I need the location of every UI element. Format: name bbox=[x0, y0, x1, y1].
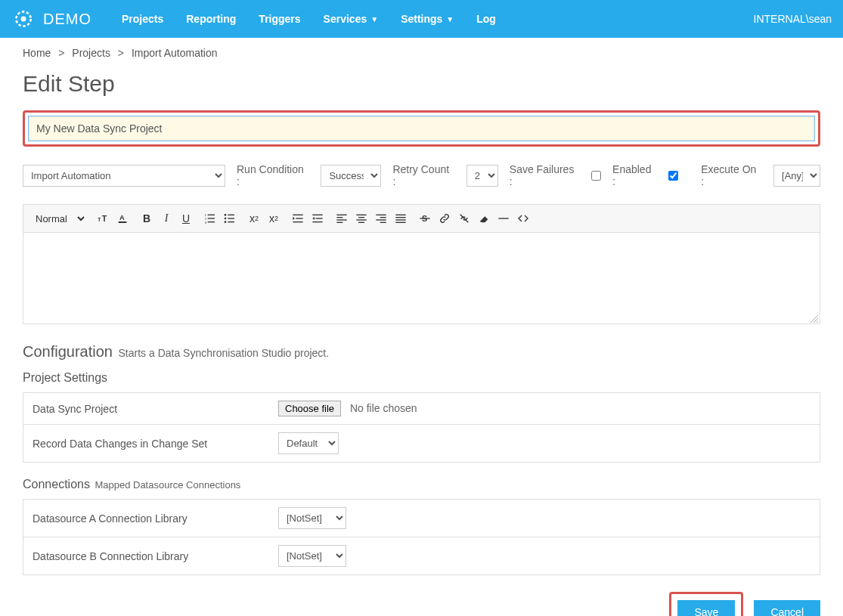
svg-point-1 bbox=[21, 17, 26, 22]
svg-rect-7 bbox=[208, 215, 215, 215]
svg-rect-33 bbox=[358, 222, 364, 223]
unlink-icon[interactable] bbox=[456, 209, 473, 228]
align-center-icon[interactable] bbox=[353, 209, 370, 228]
save-button[interactable]: Save bbox=[677, 600, 735, 616]
breadcrumb-current[interactable]: Import Automation bbox=[132, 47, 218, 59]
rte-style-select[interactable]: Normal bbox=[29, 209, 87, 228]
svg-rect-39 bbox=[395, 217, 405, 218]
nav-settings[interactable]: Settings▼ bbox=[389, 0, 465, 38]
svg-rect-28 bbox=[336, 219, 346, 220]
breadcrumb-projects[interactable]: Projects bbox=[72, 47, 110, 59]
svg-point-16 bbox=[225, 221, 227, 223]
outdent-icon[interactable] bbox=[290, 209, 306, 228]
step-name-highlight bbox=[23, 110, 820, 147]
italic-icon[interactable]: I bbox=[158, 209, 175, 228]
nav-reporting[interactable]: Reporting bbox=[175, 0, 247, 38]
ordered-list-icon[interactable]: 123 bbox=[202, 209, 218, 228]
svg-text:T: T bbox=[102, 214, 107, 223]
project-settings-heading: Project Settings bbox=[23, 371, 820, 385]
choose-file-button[interactable]: Choose file bbox=[278, 401, 341, 416]
datasource-a-select[interactable]: [NotSet] bbox=[278, 507, 346, 529]
navbar-menu: Projects Reporting Triggers Services▼ Se… bbox=[110, 0, 754, 38]
run-condition-label: Run Condition : bbox=[237, 163, 309, 187]
svg-point-14 bbox=[225, 218, 227, 220]
svg-rect-22 bbox=[312, 215, 322, 215]
svg-marker-19 bbox=[293, 217, 295, 220]
svg-rect-17 bbox=[228, 221, 234, 222]
connections-heading: Connections Mapped Datasource Connection… bbox=[23, 478, 820, 491]
svg-rect-43 bbox=[420, 218, 429, 218]
svg-rect-37 bbox=[380, 222, 386, 223]
change-set-select[interactable]: Default bbox=[278, 432, 339, 454]
underline-icon[interactable]: U bbox=[178, 209, 194, 228]
align-left-icon[interactable] bbox=[333, 209, 350, 228]
svg-rect-18 bbox=[293, 215, 302, 215]
options-row: Import Automation Run Condition : Succes… bbox=[23, 163, 820, 187]
strikethrough-icon[interactable]: S bbox=[417, 209, 433, 228]
execute-on-select[interactable]: [Any] bbox=[773, 165, 820, 187]
svg-rect-9 bbox=[208, 218, 215, 218]
font-size-icon[interactable]: TT bbox=[95, 209, 111, 228]
run-condition-select[interactable]: Success bbox=[321, 165, 381, 187]
svg-rect-32 bbox=[356, 219, 366, 220]
save-failures-checkbox[interactable] bbox=[591, 171, 601, 181]
svg-rect-11 bbox=[208, 221, 215, 222]
code-view-icon[interactable] bbox=[515, 209, 532, 228]
svg-rect-26 bbox=[336, 215, 346, 215]
bold-icon[interactable]: B bbox=[138, 209, 155, 228]
actions-row: Save Cancel bbox=[23, 592, 820, 616]
svg-marker-23 bbox=[312, 217, 315, 220]
nav-log[interactable]: Log bbox=[465, 0, 507, 38]
font-color-icon[interactable]: A bbox=[114, 209, 131, 228]
svg-rect-38 bbox=[395, 215, 405, 215]
svg-rect-25 bbox=[312, 221, 322, 222]
resize-handle-icon[interactable] bbox=[809, 313, 818, 322]
indent-icon[interactable] bbox=[309, 209, 326, 228]
eraser-icon[interactable] bbox=[476, 209, 492, 228]
svg-text:A: A bbox=[119, 214, 125, 221]
subscript-icon[interactable]: x2 bbox=[246, 209, 262, 228]
user-label[interactable]: INTERNAL\sean bbox=[754, 13, 832, 25]
align-justify-icon[interactable] bbox=[392, 209, 409, 228]
superscript-icon[interactable]: x2 bbox=[265, 209, 282, 228]
save-failures-label: Save Failures : bbox=[510, 163, 580, 187]
cancel-button[interactable]: Cancel bbox=[754, 600, 820, 616]
svg-rect-20 bbox=[296, 218, 302, 218]
svg-rect-30 bbox=[356, 215, 366, 215]
breadcrumb-home[interactable]: Home bbox=[23, 47, 51, 59]
retry-count-label: Retry Count : bbox=[392, 163, 454, 187]
svg-rect-41 bbox=[395, 222, 405, 223]
project-settings-table: Data Sync Project Choose file No file ch… bbox=[23, 392, 820, 463]
svg-point-12 bbox=[225, 214, 227, 216]
breadcrumb: Home > Projects > Import Automation bbox=[0, 38, 843, 65]
horizontal-rule-icon[interactable] bbox=[495, 209, 512, 228]
brand-label[interactable]: DEMO bbox=[43, 11, 91, 28]
step-type-select[interactable]: Import Automation bbox=[23, 165, 225, 187]
setting-label: Data Sync Project bbox=[23, 393, 269, 424]
file-status-label: No file chosen bbox=[350, 402, 417, 414]
step-name-input[interactable] bbox=[28, 116, 815, 141]
svg-rect-27 bbox=[336, 217, 342, 218]
align-right-icon[interactable] bbox=[373, 209, 389, 228]
svg-rect-15 bbox=[228, 218, 234, 218]
rte-textarea[interactable] bbox=[23, 233, 820, 323]
svg-text:3: 3 bbox=[205, 221, 207, 224]
svg-rect-34 bbox=[376, 215, 386, 215]
retry-count-select[interactable]: 2 bbox=[466, 165, 498, 187]
datasource-b-select[interactable]: [NotSet] bbox=[278, 545, 346, 567]
execute-on-label: Execute On : bbox=[701, 163, 762, 187]
table-row: Data Sync Project Choose file No file ch… bbox=[23, 393, 820, 424]
rte-toolbar: Normal TT A B I U 123 x2 x2 bbox=[23, 205, 820, 233]
nav-services[interactable]: Services▼ bbox=[312, 0, 390, 38]
table-row: Datasource B Connection Library [NotSet] bbox=[23, 537, 820, 574]
app-logo-icon bbox=[11, 7, 36, 31]
table-row: Datasource A Connection Library [NotSet] bbox=[23, 500, 820, 537]
enabled-checkbox[interactable] bbox=[668, 171, 678, 181]
unordered-list-icon[interactable] bbox=[222, 209, 238, 228]
setting-label: Record Data Changes in Change Set bbox=[23, 424, 269, 462]
caret-down-icon: ▼ bbox=[446, 15, 454, 23]
nav-projects[interactable]: Projects bbox=[110, 0, 175, 38]
link-icon[interactable] bbox=[436, 209, 453, 228]
svg-rect-5 bbox=[119, 221, 127, 223]
nav-triggers[interactable]: Triggers bbox=[247, 0, 311, 38]
